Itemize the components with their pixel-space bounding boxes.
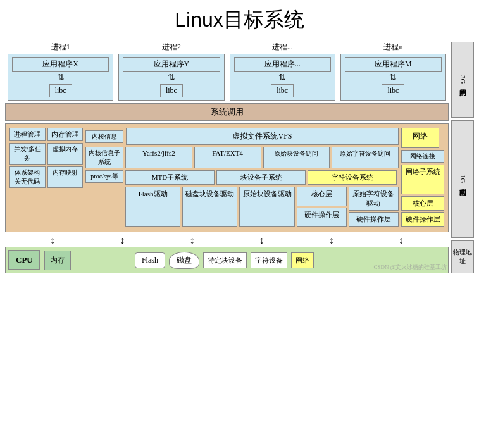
conc-box: 并发/多任务 bbox=[9, 143, 46, 165]
kernel-info-sys-box: 内核信息子系统 bbox=[85, 147, 123, 168]
syscall-bar: 系统调用 bbox=[5, 103, 449, 121]
app-box-2: 应用程序Y bbox=[123, 57, 220, 72]
libc-box-1: libc bbox=[49, 84, 72, 97]
side-phys: 物理地址 bbox=[451, 240, 474, 273]
flash-hw-box: Flash bbox=[135, 252, 165, 268]
mem-mgmt-box: 内存管理 bbox=[47, 128, 84, 141]
libc-box-4: libc bbox=[382, 84, 404, 97]
char-dev-hw-group: 字符设备 bbox=[251, 252, 287, 268]
network-top-box: 网络 bbox=[401, 128, 439, 148]
net-conn-box: 网络连接 bbox=[401, 150, 444, 163]
cpu-group: CPU bbox=[8, 250, 40, 270]
special-blk-hw-box: 特定块设备 bbox=[203, 252, 247, 268]
raw-blk-drv-box: 原始块设备驱动 bbox=[239, 187, 294, 227]
proc-sys-box: proc/sys等 bbox=[85, 170, 123, 183]
arrow-4: ⇅ bbox=[389, 73, 397, 82]
mtd-sys-box: MTD子系统 bbox=[125, 170, 215, 185]
disk-hw-box: 磁盘 bbox=[169, 252, 199, 269]
process-col-1: 进程1 应用程序X ⇅ libc bbox=[8, 42, 113, 101]
net-sub-box: 网络子系统 bbox=[401, 165, 444, 194]
net-hw-group: 网络 bbox=[291, 252, 314, 268]
vfs-box: 虚拟文件系统VFS bbox=[126, 128, 399, 145]
proc-label-2: 进程2 bbox=[162, 42, 181, 53]
libc-box-3: libc bbox=[271, 84, 294, 97]
arrow-1: ⇅ bbox=[57, 73, 65, 82]
proc-box-4: 应用程序M ⇅ libc bbox=[340, 54, 446, 101]
proc-label-4: 进程n bbox=[383, 42, 402, 53]
char-dev-hw-box: 字符设备 bbox=[251, 252, 287, 268]
side-1g: 1G的内核空间 bbox=[451, 120, 474, 238]
proc-mgmt-box: 进程管理 bbox=[9, 128, 46, 141]
process-col-4: 进程n 应用程序M ⇅ libc bbox=[340, 42, 446, 101]
hw-op-layer3-box: 硬件操作层 bbox=[401, 212, 444, 227]
arrow-3: ⇅ bbox=[278, 73, 286, 82]
main-container: Linux目标系统 进程1 应用程序X ⇅ libc 进程2 应用程序Y bbox=[0, 0, 479, 278]
proc-label-1: 进程1 bbox=[51, 42, 70, 53]
flash-drv-box: Flash驱动 bbox=[125, 187, 180, 227]
page-title: Linux目标系统 bbox=[5, 6, 474, 34]
raw-char-drv-box: 原始字符设备驱动 bbox=[349, 187, 399, 211]
flash-hw-group: Flash bbox=[135, 252, 165, 268]
core-layer-box: 核心层 bbox=[297, 187, 347, 206]
disk-drv-box: 磁盘块设备驱动 bbox=[182, 187, 237, 227]
proc-label-3: 进程... bbox=[272, 42, 293, 53]
cpu-box: CPU bbox=[8, 250, 40, 270]
process-col-3: 进程... 应用程序... ⇅ libc bbox=[230, 42, 335, 101]
virt-box: 虚拟内存 bbox=[47, 143, 84, 165]
char-sys-box: 字符设备系统 bbox=[308, 170, 397, 185]
side-panel: 3G的用户空间 1G的内核空间 物理地址 bbox=[451, 42, 474, 273]
disk-hw-group: 磁盘 bbox=[169, 252, 199, 269]
app-box-3: 应用程序... bbox=[234, 57, 331, 72]
yaffs2-box: Yaffs2/jffs2 bbox=[125, 147, 192, 168]
core-layer2-box: 核心层 bbox=[401, 196, 444, 211]
app-box-4: 应用程序M bbox=[345, 57, 442, 72]
mem-box: 内存 bbox=[44, 251, 71, 270]
process-col-2: 进程2 应用程序Y ⇅ libc bbox=[118, 42, 224, 101]
raw-char-box: 原始字符设备访问 bbox=[332, 147, 399, 168]
process-row: 进程1 应用程序X ⇅ libc 进程2 应用程序Y ⇅ libc bbox=[5, 42, 449, 101]
watermark-text: CSDN @文火冰糖的硅基工坊 bbox=[373, 263, 447, 271]
proc-box-2: 应用程序Y ⇅ libc bbox=[118, 54, 224, 101]
kernel-area: 进程管理 内存管理 并发/多任务 虚拟内存 体系架构关无代码 内存映射 bbox=[5, 123, 449, 232]
raw-blk-box: 原始块设备访问 bbox=[263, 147, 330, 168]
kernel-info-box: 内核信息 bbox=[85, 130, 123, 143]
main-diagram: 进程1 应用程序X ⇅ libc 进程2 应用程序Y ⇅ libc bbox=[5, 42, 449, 273]
hw-op-layer-box: 硬件操作层 bbox=[297, 208, 347, 227]
arrows-down: ↕ ↕ ↕ ↕ ↕ ↕ bbox=[5, 235, 449, 246]
libc-box-2: libc bbox=[160, 84, 183, 97]
mem-map-box: 内存映射 bbox=[47, 166, 84, 188]
net-hw-box: 网络 bbox=[291, 252, 314, 268]
hw-row: CPU 内存 Flash 磁盘 特定块设备 字符设备 网络 bbox=[5, 247, 449, 273]
blk-sys-box: 块设备子系统 bbox=[216, 170, 306, 185]
proc-box-3: 应用程序... ⇅ libc bbox=[230, 54, 335, 101]
diagram-wrapper: 进程1 应用程序X ⇅ libc 进程2 应用程序Y ⇅ libc bbox=[5, 42, 474, 273]
fat-ext4-box: FAT/EXT4 bbox=[194, 147, 261, 168]
side-3g: 3G的用户空间 bbox=[451, 42, 474, 118]
proc-box-1: 应用程序X ⇅ libc bbox=[8, 54, 113, 101]
arch-code-box: 体系架构关无代码 bbox=[9, 166, 46, 188]
special-blk-hw-group: 特定块设备 bbox=[203, 252, 247, 268]
hw-op-layer2-box: 硬件操作层 bbox=[349, 212, 399, 227]
app-box-1: 应用程序X bbox=[12, 57, 109, 72]
arrow-2: ⇅ bbox=[168, 73, 175, 82]
